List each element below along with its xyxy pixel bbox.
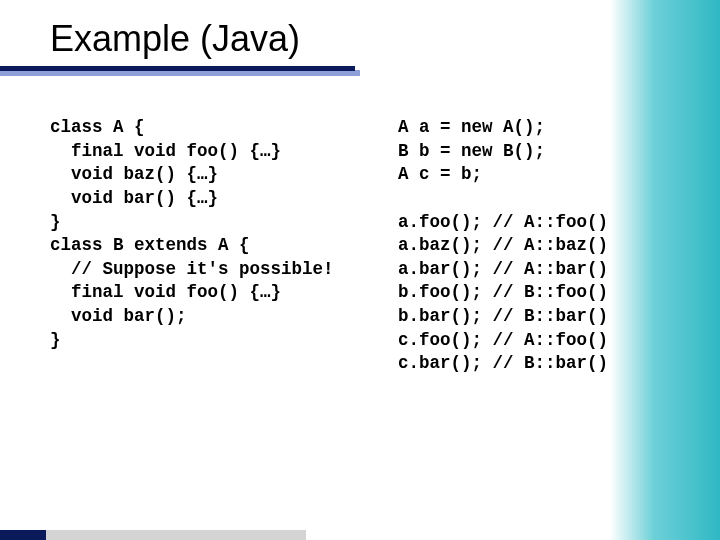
code-columns: class A { final void foo() {…} void baz(… bbox=[50, 116, 720, 376]
slide-content: Example (Java) class A { final void foo(… bbox=[0, 0, 720, 376]
title-block: Example (Java) bbox=[50, 18, 720, 76]
footer-bar bbox=[0, 530, 720, 540]
footer-segment-gray bbox=[46, 530, 306, 540]
footer-segment-empty bbox=[306, 530, 720, 540]
footer-segment-dark bbox=[0, 530, 46, 540]
title-rule bbox=[0, 66, 630, 76]
code-right: A a = new A(); B b = new B(); A c = b; a… bbox=[398, 116, 720, 376]
title-rule-main bbox=[0, 66, 355, 71]
code-left: class A { final void foo() {…} void baz(… bbox=[50, 116, 380, 376]
slide-title: Example (Java) bbox=[50, 18, 720, 60]
